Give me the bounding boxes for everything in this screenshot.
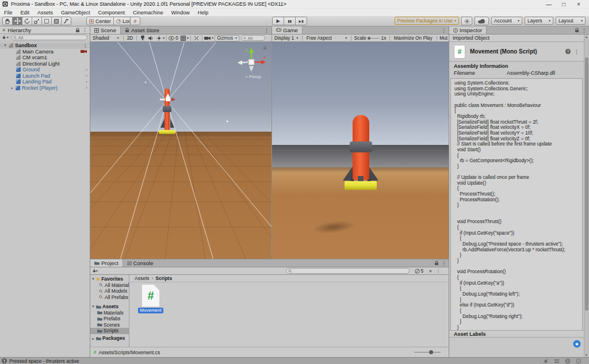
- hierarchy-item-launch-pad[interactable]: Launch Pad ›: [0, 73, 90, 79]
- tree-expanded-icon[interactable]: ▼: [3, 44, 7, 47]
- scene-search-input[interactable]: [248, 36, 263, 41]
- game-viewport[interactable]: [272, 42, 449, 259]
- inspector-scrollbar[interactable]: ▲ ▼: [584, 35, 589, 357]
- hierarchy-item-ground[interactable]: Ground ›: [0, 67, 90, 73]
- hierarchy-item-cm-vcam1[interactable]: CM vcam1: [0, 55, 90, 61]
- hand-tool-button[interactable]: [2, 17, 13, 25]
- project-settings-dots[interactable]: ⋮: [436, 268, 441, 274]
- hierarchy-item-directional-light[interactable]: Directional Light: [0, 61, 90, 67]
- tab-console[interactable]: Console: [123, 259, 158, 267]
- menu-dots-icon[interactable]: ⋮: [582, 28, 587, 33]
- menu-edit[interactable]: Edit: [17, 10, 34, 16]
- grid-visibility-icon[interactable]: [181, 36, 186, 41]
- lock-icon[interactable]: [75, 28, 80, 33]
- menu-gameobject[interactable]: GameObject: [57, 10, 94, 16]
- menu-window[interactable]: Window: [167, 10, 194, 16]
- tree-expanded-icon[interactable]: ▼: [91, 305, 95, 308]
- chevron-down-icon[interactable]: ▾: [7, 36, 9, 39]
- menu-dots-icon[interactable]: ⋮: [574, 49, 579, 55]
- rocket-object-scene[interactable]: [159, 89, 176, 137]
- account-dropdown[interactable]: Account ▾: [491, 17, 522, 25]
- menu-help[interactable]: Help: [194, 10, 213, 16]
- 2d-toggle[interactable]: 2D: [125, 35, 135, 41]
- rotate-tool-button[interactable]: [22, 17, 32, 25]
- project-search[interactable]: [286, 268, 410, 274]
- scene-viewport[interactable]: y x < Persp: [90, 42, 271, 259]
- move-gizmo[interactable]: [160, 93, 176, 105]
- folder-materials[interactable]: Materials: [90, 310, 129, 316]
- prefab-open-chevron-icon[interactable]: ›: [86, 79, 87, 85]
- thumbnail-size-slider[interactable]: [414, 352, 441, 352]
- layers-dropdown[interactable]: Layers ▾: [525, 17, 553, 25]
- scene-search[interactable]: [241, 35, 265, 41]
- tab-scene[interactable]: Scene: [90, 26, 121, 34]
- effects-toggle-icon[interactable]: [156, 36, 162, 41]
- chevron-down-icon[interactable]: ▾: [96, 269, 98, 273]
- lighting-toggle-icon[interactable]: [140, 35, 145, 41]
- prefab-open-chevron-icon[interactable]: ›: [86, 85, 87, 90]
- prefab-open-chevron-icon[interactable]: ›: [86, 67, 87, 72]
- cutting-tool-icon[interactable]: [194, 36, 199, 41]
- help-icon[interactable]: ?: [565, 49, 571, 54]
- tree-collapsed-icon[interactable]: ▸: [10, 86, 14, 90]
- minimize-button[interactable]: —: [545, 1, 552, 7]
- status-bar[interactable]: ! Pressed space - thrusters active: [0, 357, 589, 364]
- grid-snap-button[interactable]: #: [130, 17, 140, 25]
- scroll-up-icon[interactable]: ▲: [585, 35, 588, 39]
- menu-dots-icon[interactable]: ⋮: [441, 28, 446, 33]
- menu-cinemachine[interactable]: Cinemachine: [129, 10, 167, 16]
- cache-check-icon[interactable]: [576, 358, 582, 364]
- aspect-ratio-dropdown[interactable]: Free Aspect ▾: [304, 35, 350, 41]
- maximize-on-play-toggle[interactable]: Maximize On Play: [392, 35, 435, 41]
- status-message[interactable]: Pressed space - thrusters active: [9, 358, 79, 364]
- pause-button[interactable]: ▮▮: [284, 17, 296, 25]
- step-button[interactable]: ▶▮: [295, 17, 307, 25]
- folder-scripts-selected[interactable]: Scripts: [90, 328, 129, 334]
- layout-dropdown[interactable]: Layout ▾: [556, 17, 586, 25]
- create-button[interactable]: +: [2, 35, 6, 41]
- shading-mode-dropdown[interactable]: Shaded ▾: [90, 35, 121, 41]
- network-globe-icon[interactable]: [565, 358, 571, 364]
- breadcrumb-scripts[interactable]: Scripts: [155, 275, 172, 281]
- tree-collapsed-icon[interactable]: ▸: [91, 336, 95, 340]
- undo-history-button[interactable]: [461, 17, 472, 25]
- mute-bell-icon[interactable]: [543, 358, 549, 364]
- scroll-down-icon[interactable]: ▼: [585, 353, 588, 357]
- tab-asset-store[interactable]: Asset Store: [121, 26, 163, 34]
- menu-dots-icon[interactable]: ⋮: [264, 28, 269, 33]
- breadcrumb-assets[interactable]: Assets: [135, 275, 150, 281]
- prefab-open-chevron-icon[interactable]: ›: [86, 73, 87, 78]
- tab-project[interactable]: Project: [90, 259, 123, 267]
- hierarchy-item-rocket-player[interactable]: ▸ Rocket (Player) ›: [0, 85, 90, 91]
- folder-scenes[interactable]: Scenes: [90, 322, 129, 328]
- move-tool-button[interactable]: [12, 17, 22, 25]
- camera-settings-icon[interactable]: [204, 36, 211, 40]
- packages-root[interactable]: ▸ Packages: [90, 335, 129, 342]
- preview-packages-button[interactable]: Preview Packages in Use ▾: [395, 17, 459, 25]
- gizmos-dropdown[interactable]: Gizmos ▾: [215, 35, 239, 41]
- scene-row-sandbox[interactable]: ▼ Sandbox ⋮: [0, 43, 90, 49]
- assets-root[interactable]: ▼ Assets: [90, 304, 129, 310]
- hierarchy-search-input[interactable]: [18, 35, 85, 40]
- menu-dots-icon[interactable]: ⋮: [82, 27, 87, 33]
- project-content[interactable]: # Movement: [130, 282, 449, 347]
- chevron-down-icon[interactable]: ▾: [212, 36, 213, 40]
- mute-audio-toggle[interactable]: Mut: [438, 35, 449, 41]
- hierarchy-item-main-camera[interactable]: Main Camera: [0, 49, 90, 55]
- close-button[interactable]: ×: [575, 1, 582, 7]
- lock-icon[interactable]: [575, 28, 579, 33]
- play-button[interactable]: ▶: [272, 17, 284, 25]
- cloud-services-button[interactable]: [475, 17, 489, 25]
- custom-tool-button[interactable]: [61, 17, 71, 25]
- menu-dots-icon[interactable]: ⋮: [83, 43, 87, 48]
- favorite-all-prefabs[interactable]: All Prefabs: [90, 294, 129, 301]
- maximize-button[interactable]: □: [560, 1, 567, 7]
- audio-toggle-icon[interactable]: [148, 36, 154, 41]
- tab-game[interactable]: Game: [272, 26, 303, 34]
- folder-prefabs[interactable]: Prefabs: [90, 316, 129, 322]
- tree-expanded-icon[interactable]: ▼: [91, 277, 95, 281]
- menu-assets[interactable]: Assets: [33, 10, 57, 16]
- transform-tool-button[interactable]: [51, 17, 62, 25]
- asset-item-movement[interactable]: # Movement: [138, 285, 163, 313]
- favorite-all-models[interactable]: All Models: [90, 288, 129, 294]
